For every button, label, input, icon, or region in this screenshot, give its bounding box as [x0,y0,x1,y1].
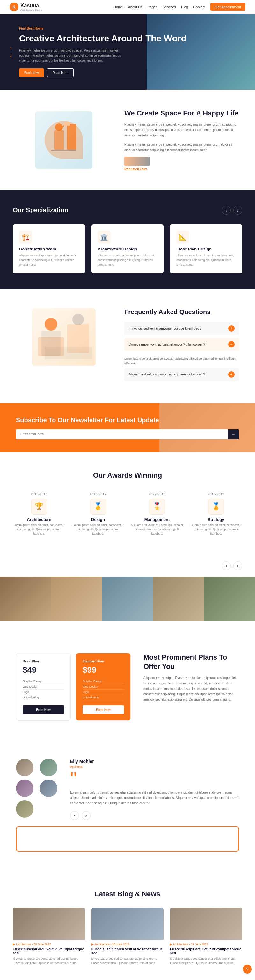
faq-answer-2: Lorem ipsum dolor sit amet consectetur a… [124,354,239,368]
award-text-2: Lorem ipsum dolor sit amet, consectetur … [72,523,124,536]
blog-excerpt-1: id volutpat torque sed consectetur adipi… [13,957,85,966]
blog-grid: ▶ Architecture • 30 June 2022 Fusce susc… [13,908,242,969]
logo[interactable]: K Kasuua Architecture Studio [10,3,42,11]
faq-icon-2: − [228,341,234,347]
spec-card-icon-2: 🏛️ [98,231,111,243]
blog-section: Latest Blog & News ▶ Architecture • 30 J… [0,871,255,980]
spec-header: Our Specialization ‹ › [13,206,242,215]
svg-point-8 [45,318,58,331]
blog-meta-1: ▶ Architecture • 30 June 2022 [13,943,85,946]
hero-buttons: Book Now Read More [19,68,245,77]
blog-image-2 [91,908,164,940]
spec-card-icon-3: 📐 [176,231,189,243]
testimonial-avatar-3[interactable] [16,780,34,797]
hero-book-now-button[interactable]: Book Now [19,68,44,77]
award-name-2: Design [91,517,105,522]
spec-card-1: 🏗️ Construction Work Aliquam erat volutp… [13,224,85,273]
avatar-image-5 [16,800,34,818]
navigation: K Kasuua Architecture Studio Home About … [0,0,255,14]
plan-basic-button[interactable]: Book Now [22,705,64,714]
pricing-plans: Basic Plan $49 Graphic Design Web Design… [16,653,131,721]
nav-cta-button[interactable]: Get Appointment [210,3,245,11]
award-year-1: 2015-2016 [30,492,48,496]
faq-item-1[interactable]: In nec dui sed velit ullamcorper congue … [124,322,239,335]
team-prev-button[interactable]: ‹ [222,561,231,570]
award-icon-2: 🥇 [90,499,106,514]
plan-standard-feature-1: Graphic Design [83,679,124,684]
blog-image-box-1 [13,908,85,940]
team-navigation: ‹ › [0,561,255,576]
plan-basic-feature-3: Logo [22,689,64,695]
testimonial-avatar-2[interactable] [40,759,58,776]
blog-card-title-3[interactable]: Fusce suscipit arcu velit id volutpat to… [170,947,242,955]
testimonial-navigation: ‹ › [70,811,239,820]
about-title: We Create Space For A Happy Life [124,109,239,118]
specialization-section: Our Specialization ‹ › 🏗️ Construction W… [0,190,255,289]
spec-prev-button[interactable]: ‹ [222,206,231,215]
spec-title: Our Specialization [13,207,68,214]
testimonials-section: Elly Möhler Architect " Lorem ipsum dolo… [0,740,255,871]
team-photo-box-3 [102,576,153,621]
plan-basic: Basic Plan $49 Graphic Design Web Design… [16,653,71,721]
faq-icon-3: + [228,371,234,378]
plan-standard-button[interactable]: Book Now [83,705,124,714]
plan-basic-tag: Basic Plan [22,660,64,663]
faq-question-1: In nec dui sed velit ullamcorper congue … [129,327,228,330]
blog-info-3: ▶ Architecture • 30 June 2022 Fusce susc… [170,940,242,969]
newsletter-form: → [16,429,239,439]
blog-info-2: ▶ Architecture • 30 June 2022 Fusce susc… [91,940,164,969]
testimonial-avatar-5[interactable] [16,800,34,818]
hero-title: Creative Architecture Around The Word [19,33,245,44]
newsletter-email-input[interactable] [16,429,228,439]
team-photo-box-2 [51,576,102,621]
faq-question-2: Donec semper vohit at fugiat ullamcor ? … [129,343,228,346]
faq-title: Frequently Asked Questions [124,308,239,316]
about-content: We Create Space For A Happy Life Prashev… [124,109,239,171]
nav-link-pages[interactable]: Pages [148,5,157,9]
pricing-title: Most Prominent Plans To Offer You [143,653,239,671]
plan-basic-feature-2: Web Design [22,684,64,689]
testimonial-avatar-4[interactable] [40,780,58,797]
spec-card-text-2: Aliquam erat volutpat lorem ipsum dolor … [98,253,157,267]
spec-card-title-3: Floor Plan Design [176,247,236,251]
team-photos [0,576,255,621]
avatar-image-2 [40,759,58,776]
nav-link-about[interactable]: About Us [128,5,142,9]
nav-link-blog[interactable]: Blog [181,5,188,9]
hero-read-more-button[interactable]: Read More [47,68,74,77]
blog-card-3: ▶ Architecture • 30 June 2022 Fusce susc… [170,908,242,969]
blog-image-box-2 [91,908,164,940]
testimonial-next-button[interactable]: › [82,811,90,820]
blog-card-title-2[interactable]: Fusce suscipit arcu velit id volutpat to… [91,947,164,955]
hero-tag: Find Best Home [19,27,245,30]
newsletter-submit-button[interactable]: → [228,429,239,439]
team-photo-2 [51,576,102,621]
spec-card-title-1: Construction Work [19,247,79,251]
team-photo-box-4 [153,576,204,621]
award-name-1: Architecture [27,517,51,522]
team-photo-box-5 [204,576,255,621]
award-icon-3: 🎖️ [149,499,165,514]
hero-section: ↑ ↓ Find Best Home Creative Architecture… [0,14,255,90]
faq-item-3[interactable]: Aliquam nisl elit, aliquam ac nunc phare… [124,368,239,381]
team-next-button[interactable]: › [233,561,242,570]
spec-next-button[interactable]: › [233,206,242,215]
nav-link-contact[interactable]: Contact [193,5,205,9]
quote-mark: " [70,771,239,786]
blog-title: Latest Blog & News [13,890,242,898]
scroll-to-top-button[interactable]: ? [243,965,252,974]
testimonial-avatar-1[interactable] [16,759,34,776]
spec-navigation: ‹ › [222,206,242,215]
testimonial-prev-button[interactable]: ‹ [70,811,79,820]
blog-info-1: ▶ Architecture • 30 June 2022 Fusce susc… [13,940,85,969]
blog-card-2: ▶ Architecture • 30 June 2022 Fusce susc… [91,908,164,969]
nav-link-services[interactable]: Services [162,5,176,9]
award-item-4: 2018-2019 🏅 Strategy Lorem ipsum dolor s… [190,492,242,536]
blog-card-title-1[interactable]: Fusce suscipit arcu velit id volutpat to… [13,947,85,955]
awards-grid: 2015-2016 🏆 Architecture Lorem ipsum dol… [13,492,242,536]
spec-cards: 🏗️ Construction Work Aliquam erat volutp… [13,224,242,273]
avatar-image-4 [40,780,58,797]
award-year-4: 2018-2019 [207,492,225,496]
faq-item-2[interactable]: Donec semper vohit at fugiat ullamcor ? … [124,338,239,351]
nav-link-home[interactable]: Home [114,5,123,9]
